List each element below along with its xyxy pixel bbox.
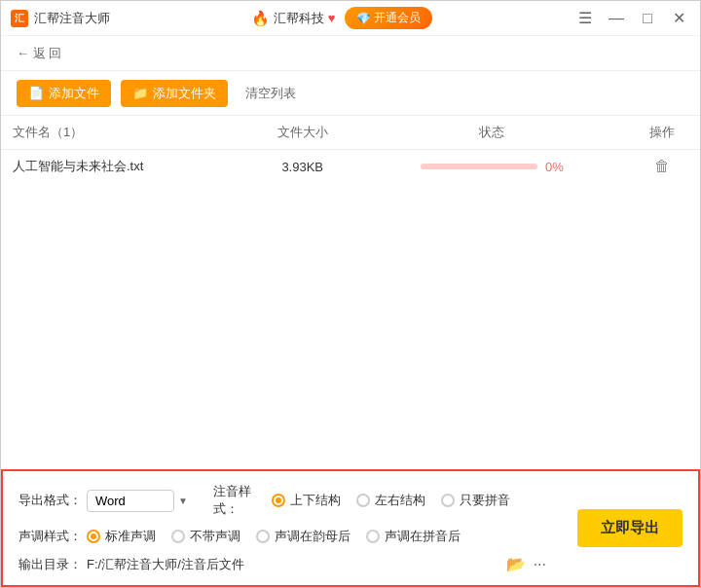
- clear-list-label: 清空列表: [245, 86, 296, 100]
- titlebar: 汇 汇帮注音大师 🔥 汇帮科技 ♥ 💎 开通会员 ☰ — □ ✕: [1, 1, 700, 36]
- toolbar: 📄 添加文件 📁 添加文件夹 清空列表: [1, 71, 700, 116]
- main-window: 汇 汇帮注音大师 🔥 汇帮科技 ♥ 💎 开通会员 ☰ — □ ✕ ← 返 回: [0, 0, 701, 588]
- more-icon: ···: [534, 556, 546, 572]
- radio-label: 声调在拼音后: [385, 528, 461, 545]
- output-dir-row: 输出目录： F:/汇帮注音大师/注音后文件 📂 ···: [18, 555, 546, 573]
- annotation-radio-item[interactable]: 上下结构: [272, 492, 341, 509]
- browse-folder-button[interactable]: 📂: [506, 555, 526, 573]
- add-file-label: 添加文件: [49, 85, 99, 102]
- radio-label: 声调在韵母后: [275, 528, 350, 545]
- radio-circle: [256, 530, 270, 543]
- table-header-row: 文件名（1） 文件大小 状态 操作: [1, 116, 700, 150]
- annotation-radio-item[interactable]: 只要拼音: [441, 492, 510, 509]
- output-path: F:/汇帮注音大师/注音后文件: [87, 556, 498, 573]
- radio-circle: [441, 494, 455, 507]
- progress-bar-bg: [421, 164, 537, 169]
- vip-icon: 💎: [356, 12, 371, 25]
- file-table-container: 文件名（1） 文件大小 状态 操作 人工智能与未来社会.txt 3.93KB: [1, 116, 700, 469]
- more-options-button[interactable]: ···: [534, 556, 546, 573]
- format-select[interactable]: WordPDFTXTHTML: [87, 490, 174, 512]
- radio-circle: [272, 494, 285, 507]
- export-button[interactable]: 立即导出: [577, 509, 683, 547]
- export-format-row: 导出格式： WordPDFTXTHTML 注音样式： 上下结构 左右结构 只要拼…: [18, 483, 546, 518]
- radio-label: 标准声调: [105, 528, 156, 545]
- app-title: 汇帮注音大师: [34, 10, 110, 27]
- add-folder-icon: 📁: [132, 86, 148, 100]
- add-folder-label: 添加文件夹: [153, 85, 216, 102]
- bottom-panel: 导出格式： WordPDFTXTHTML 注音样式： 上下结构 左右结构 只要拼…: [1, 469, 700, 587]
- tone-radio-item[interactable]: 声调在韵母后: [256, 528, 350, 545]
- radio-label: 左右结构: [375, 492, 425, 509]
- brand-logo: 🔥 汇帮科技 ♥: [251, 10, 336, 27]
- vip-label: 开通会员: [374, 10, 421, 26]
- tone-radio-group: 标准声调 不带声调 声调在韵母后 声调在拼音后: [87, 528, 461, 545]
- annotation-style-label: 注音样式：: [213, 483, 272, 518]
- heart-icon: ♥: [328, 11, 336, 25]
- cell-size: 3.93KB: [244, 150, 361, 184]
- maximize-button[interactable]: □: [636, 7, 659, 30]
- tone-style-label: 声调样式：: [18, 528, 87, 545]
- vip-button[interactable]: 💎 开通会员: [345, 7, 432, 29]
- radio-circle: [366, 530, 380, 543]
- delete-file-button[interactable]: 🗑: [654, 158, 670, 175]
- add-file-button[interactable]: 📄 添加文件: [17, 80, 111, 107]
- brand-name: 汇帮科技: [274, 10, 324, 27]
- tone-radio-item[interactable]: 不带声调: [171, 528, 240, 545]
- titlebar-right: ☰ — □ ✕: [573, 7, 690, 30]
- bottom-left-panel: 导出格式： WordPDFTXTHTML 注音样式： 上下结构 左右结构 只要拼…: [3, 471, 562, 585]
- back-button[interactable]: ← 返 回: [17, 45, 61, 62]
- titlebar-center: 🔥 汇帮科技 ♥ 💎 开通会员: [251, 7, 433, 29]
- add-folder-button[interactable]: 📁 添加文件夹: [121, 80, 228, 107]
- path-actions: 📂 ···: [506, 555, 546, 573]
- cell-action: 🗑: [623, 150, 700, 184]
- radio-label: 上下结构: [290, 492, 341, 509]
- radio-circle: [171, 530, 185, 543]
- table-row: 人工智能与未来社会.txt 3.93KB 0% 🗑: [1, 150, 700, 184]
- tone-radio-item[interactable]: 标准声调: [87, 528, 156, 545]
- clear-list-button[interactable]: 清空列表: [238, 80, 304, 107]
- app-icon: 汇: [11, 10, 28, 27]
- cell-filename: 人工智能与未来社会.txt: [1, 150, 244, 184]
- format-select-wrapper[interactable]: WordPDFTXTHTML: [87, 490, 194, 512]
- col-filename: 文件名（1）: [1, 116, 244, 150]
- radio-circle: [356, 494, 370, 507]
- progress-text: 0%: [545, 160, 564, 174]
- radio-label: 只要拼音: [460, 492, 510, 509]
- file-table: 文件名（1） 文件大小 状态 操作 人工智能与未来社会.txt 3.93KB: [1, 116, 700, 183]
- bottom-right-panel: 立即导出: [562, 471, 698, 585]
- tone-radio-item[interactable]: 声调在拼音后: [366, 528, 461, 545]
- annotation-radio-group: 上下结构 左右结构 只要拼音: [272, 492, 510, 509]
- menu-button[interactable]: ☰: [573, 7, 597, 30]
- col-size: 文件大小: [244, 116, 361, 150]
- export-format-label: 导出格式：: [18, 492, 87, 509]
- add-file-icon: 📄: [28, 86, 44, 100]
- navbar: ← 返 回: [1, 36, 700, 71]
- col-status: 状态: [361, 116, 623, 150]
- titlebar-left: 汇 汇帮注音大师: [11, 10, 110, 27]
- annotation-radio-item[interactable]: 左右结构: [356, 492, 425, 509]
- folder-open-icon: 📂: [506, 556, 526, 572]
- radio-circle: [87, 530, 100, 543]
- tone-style-row: 声调样式： 标准声调 不带声调 声调在韵母后 声调在拼音后: [18, 528, 546, 545]
- col-action: 操作: [623, 116, 700, 150]
- close-button[interactable]: ✕: [667, 7, 690, 30]
- minimize-button[interactable]: —: [605, 7, 628, 30]
- radio-label: 不带声调: [190, 528, 240, 545]
- output-dir-label: 输出目录：: [18, 556, 87, 573]
- cell-status: 0%: [361, 150, 623, 184]
- brand-fire-icon: 🔥: [251, 10, 270, 27]
- back-label: ← 返 回: [17, 45, 61, 62]
